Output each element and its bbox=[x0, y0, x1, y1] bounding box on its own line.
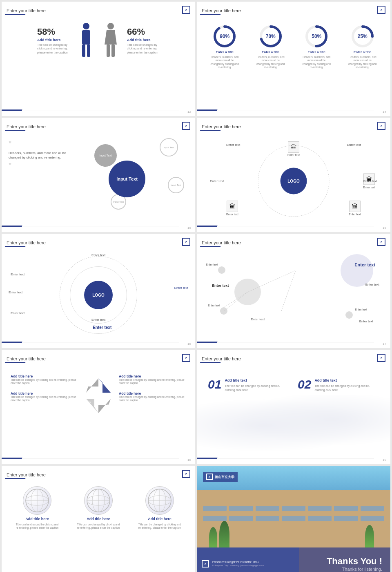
footer-logo: Z bbox=[202, 560, 209, 568]
slide8-title[interactable]: Enter your title here bbox=[202, 356, 241, 361]
globe3-title[interactable]: Add title here bbox=[148, 517, 172, 521]
slide7-title[interactable]: Enter your title here bbox=[7, 356, 46, 361]
donut3-container: 50% bbox=[304, 24, 329, 49]
slide3-bottom-accent bbox=[2, 226, 179, 226]
slide-1: Enter your title here Z 58% Add title he… bbox=[2, 2, 195, 116]
female-stat: 66% Add title here Title can be changed … bbox=[127, 27, 160, 54]
step1-num: 01 bbox=[208, 378, 221, 391]
map-bg bbox=[197, 395, 390, 456]
item-c: Add title here Title can be changed by c… bbox=[11, 391, 78, 402]
slide5-logo: Z bbox=[182, 238, 190, 246]
slide5-center[interactable]: LOGO bbox=[84, 281, 113, 309]
donut-4: 25% Enter a title Headers, numbers, and … bbox=[348, 24, 377, 69]
slide7-left: Add title here Title can be changed by c… bbox=[11, 374, 78, 402]
slide2-number: 14 bbox=[383, 110, 386, 114]
bubble-large bbox=[341, 254, 373, 287]
slide9-title[interactable]: Enter your title here bbox=[7, 472, 46, 477]
orbit-label-right: Enter text bbox=[363, 179, 377, 183]
slide7-bottom-accent bbox=[2, 458, 179, 458]
item-a: Add title here Title can be changed by c… bbox=[11, 374, 78, 385]
slide2-title[interactable]: Enter your title here bbox=[202, 8, 241, 13]
slide5-body: LOGO Enter text Enter text Enter text En… bbox=[7, 250, 190, 340]
svg-text:D: D bbox=[87, 382, 90, 387]
item-a-title[interactable]: Add title here bbox=[11, 374, 78, 378]
gear-large[interactable]: Input Text bbox=[109, 161, 145, 197]
step1-desc: The title can be changed by clicking and… bbox=[225, 384, 290, 392]
footer-info: Z Presenter: CollegePPT Instructor: Mr.L… bbox=[197, 547, 299, 572]
female-title[interactable]: Add title here bbox=[127, 38, 151, 42]
gear-outline-2[interactable]: Input Text bbox=[168, 177, 184, 193]
slide8-logo: Z bbox=[377, 354, 385, 362]
slide7-accent bbox=[4, 362, 25, 363]
globe3-svg bbox=[147, 488, 172, 513]
donut-1: 90% Enter a title Headers, numbers, and … bbox=[210, 24, 239, 69]
school-sign: Z 德山市立大学 bbox=[203, 472, 238, 482]
gear-outline-1[interactable]: Input Text bbox=[160, 138, 178, 156]
presenter-text: Presenter: CollegePPT Instructor: Mr.Lu bbox=[212, 560, 264, 564]
step2-inner: 02 Add title text The title can be chang… bbox=[298, 378, 379, 392]
gear-small-1[interactable]: Input Text bbox=[94, 144, 117, 167]
globe-2: Add title here Title can be changed by c… bbox=[76, 486, 121, 530]
item-d-title[interactable]: Add title here bbox=[119, 391, 186, 395]
female-desc: Title can be changed by clicking and re-… bbox=[127, 43, 160, 54]
donut4-desc: Headers, numbers, and more can all be ch… bbox=[348, 56, 377, 69]
windows-row2 bbox=[203, 516, 384, 521]
slide6-title[interactable]: Enter your title here bbox=[202, 240, 241, 245]
slide3-left: " Headers, numbers, and more can all be … bbox=[7, 136, 80, 218]
donut4-title[interactable]: Enter a title bbox=[354, 50, 372, 54]
female-percent[interactable]: 66% bbox=[127, 27, 145, 37]
bubble-s1-label: Enter text bbox=[206, 263, 218, 266]
bubble-bottom-right: Enter text bbox=[359, 320, 373, 323]
globe2-title[interactable]: Add title here bbox=[87, 517, 110, 521]
slide9-logo: Z bbox=[182, 470, 190, 478]
donut3-label: 50% bbox=[312, 34, 321, 39]
slide1-title[interactable]: Enter your title here bbox=[7, 8, 46, 13]
label-bottom: Enter text bbox=[91, 318, 105, 322]
globe1-title[interactable]: Add title here bbox=[25, 517, 49, 521]
building-bg: Z 德山市立大学 bbox=[197, 466, 390, 547]
donut2-title[interactable]: Enter a title bbox=[262, 50, 280, 54]
globe2-desc: Title can be changed by clicking and re-… bbox=[76, 523, 121, 530]
slide3-accent bbox=[4, 130, 25, 131]
slide-5: Enter your title here Z LOGO Enter text … bbox=[2, 234, 195, 348]
male-desc: Title can be changed by clicking and re-… bbox=[37, 43, 70, 54]
male-title[interactable]: Add title here bbox=[37, 38, 61, 42]
male-figure bbox=[78, 22, 94, 59]
globe-3: Add title here Title can be changed by c… bbox=[137, 486, 182, 530]
slide1-bottom-accent bbox=[2, 110, 179, 110]
item-b-title[interactable]: Add title here bbox=[119, 374, 186, 378]
slide8-bottom-accent bbox=[197, 458, 374, 458]
slide2-body: 90% Enter a title Headers, numbers, and … bbox=[202, 24, 385, 69]
donut3-title[interactable]: Enter a title bbox=[307, 50, 325, 54]
step2-title[interactable]: Add title text bbox=[314, 378, 379, 382]
donut2-desc: Headers, numbers, and more can all be ch… bbox=[256, 56, 285, 69]
globe3-desc: Title can be changed by clicking and re-… bbox=[137, 523, 182, 530]
slide5-accent bbox=[4, 246, 25, 247]
step2-desc: The title can be changed by clicking and… bbox=[314, 384, 379, 392]
bubble-mid-left-label: Enter text bbox=[212, 284, 229, 288]
step1-title[interactable]: Add title text bbox=[225, 378, 290, 382]
donut1-title[interactable]: Enter a title bbox=[216, 50, 234, 54]
male-percent[interactable]: 58% bbox=[37, 27, 55, 37]
slide2-bottom-accent bbox=[197, 110, 374, 110]
globe1-desc: Title can be changed by clicking and re-… bbox=[15, 523, 60, 530]
item-d: Add title here Title can be changed by c… bbox=[119, 391, 186, 402]
male-stat: 58% Add title here Title can be changed … bbox=[37, 27, 70, 54]
slide6-body: Enter text Enter text Enter text Enter t… bbox=[202, 250, 385, 340]
bubble-large-label: Enter text bbox=[354, 262, 375, 267]
slide4-accent bbox=[200, 130, 220, 131]
label-right-mid: Enter text bbox=[174, 286, 188, 290]
slide4-number: 16 bbox=[383, 226, 386, 230]
globe2-svg bbox=[86, 488, 111, 513]
slide7-body: Add title here Title can be changed by c… bbox=[7, 374, 190, 423]
slide5-title[interactable]: Enter your title here bbox=[7, 240, 46, 245]
slide-10: Z 德山市立大学 Z Presenter: CollegePPT Instruc… bbox=[197, 466, 390, 572]
item-c-title[interactable]: Add title here bbox=[11, 391, 78, 395]
slide4-title[interactable]: Enter your title here bbox=[202, 124, 241, 129]
svg-rect-7 bbox=[111, 45, 115, 57]
slide3-title[interactable]: Enter your title here bbox=[7, 124, 46, 129]
hub-center[interactable]: LOGO bbox=[281, 168, 307, 194]
windows-row1 bbox=[203, 506, 384, 511]
step-1: 01 Add title text The title can be chang… bbox=[208, 378, 290, 392]
step2-num: 02 bbox=[298, 378, 311, 391]
